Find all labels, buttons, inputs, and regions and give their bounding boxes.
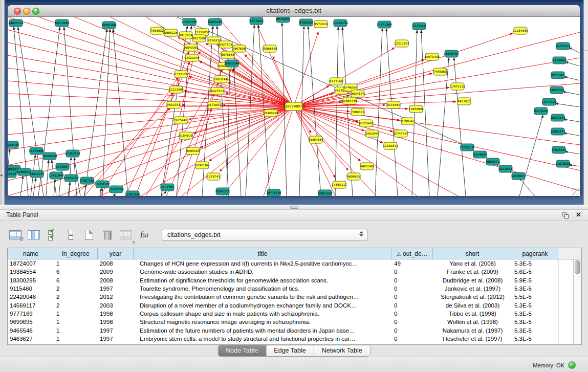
table-cell-out_degree[interactable]: 49 <box>392 260 433 267</box>
graph-edge-black[interactable] <box>335 27 338 196</box>
table-cell-name[interactable]: 9699695 <box>8 319 54 325</box>
graph-edge-black[interactable] <box>375 29 382 196</box>
table-row[interactable]: 1830029562008Estimation of significance … <box>8 276 558 285</box>
graph-node-8215938[interactable]: 8215938 <box>534 107 548 115</box>
table-cell-name[interactable]: 9463627 <box>8 336 54 342</box>
graph-node-15692971[interactable]: 15692971 <box>550 128 565 135</box>
graph-edge-black[interactable] <box>412 30 417 196</box>
graph-node-1096104[interactable]: 1096104 <box>195 162 209 169</box>
graph-edge-black[interactable] <box>555 103 579 107</box>
horizontal-splitter[interactable] <box>0 205 588 210</box>
graph-edge-black[interactable] <box>564 133 579 136</box>
graph-node-9129966[interactable]: 9129966 <box>553 57 566 64</box>
table-cell-in_degree[interactable]: 2 <box>54 286 98 292</box>
graph-edge-red[interactable] <box>8 106 294 135</box>
graph-node-16776785[interactable]: 16776785 <box>266 189 281 196</box>
graph-edge-black[interactable] <box>519 178 535 196</box>
table-row[interactable]: 1456911722003Disruption of a novel membe… <box>8 301 558 309</box>
graph-node-10747437[interactable]: 10747437 <box>393 130 408 137</box>
tab-node-table[interactable]: Node Table <box>218 345 266 356</box>
column-header-year[interactable]: year <box>98 248 134 259</box>
vertical-scrollbar[interactable] <box>573 259 581 344</box>
table-cell-name[interactable]: 19384554 <box>8 269 54 275</box>
resize-grip[interactable] <box>572 188 579 195</box>
table-row[interactable]: 2242004622012Investigating the contribut… <box>8 293 558 301</box>
table-row[interactable]: 977716911998Corpus callosum shape and si… <box>8 310 558 318</box>
graph-node-19384554[interactable]: 19384554 <box>308 136 323 143</box>
table-cell-out_degree[interactable]: 0 <box>392 286 433 292</box>
table-cell-short[interactable]: Hescheler et al. (1997) <box>433 336 512 342</box>
graph-node-9164554[interactable]: 9164554 <box>473 151 487 158</box>
graph-node-8199543[interactable]: 8199543 <box>401 118 415 125</box>
graph-node-22420046[interactable]: 22420046 <box>184 54 200 61</box>
table-cell-in_degree[interactable]: 1 <box>54 336 98 342</box>
graph-node-8912954[interactable]: 8912954 <box>179 32 192 39</box>
graph-node-12213399[interactable]: 12213399 <box>168 86 184 93</box>
graph-node-16720403[interactable]: 16720403 <box>358 120 374 127</box>
graph-edge-black[interactable] <box>565 151 579 154</box>
table-cell-in_degree[interactable]: 6 <box>54 269 98 275</box>
graph-node-2718126[interactable]: 2718126 <box>175 71 188 78</box>
table-mode-button[interactable]: ⚙ <box>8 228 23 242</box>
graph-node-9827508[interactable]: 9827508 <box>192 35 206 42</box>
table-cell-pagerank[interactable]: 5.3E-5 <box>512 336 558 342</box>
graph-node-9465546[interactable]: 9465546 <box>360 163 374 170</box>
graph-edge-black[interactable] <box>202 26 213 196</box>
table-cell-short[interactable]: Tibbo et al. (1998) <box>433 311 512 317</box>
graph-edge-red[interactable] <box>8 106 294 196</box>
graph-node-12213987[interactable]: 12213987 <box>394 40 409 47</box>
graph-node-18972859[interactable]: 18972859 <box>29 147 44 155</box>
table-cell-title[interactable]: Disruption of a novel member of a sodium… <box>134 302 392 309</box>
table-cell-in_degree[interactable]: 1 <box>54 311 98 317</box>
table-cell-short[interactable]: Yano et al. (2008) <box>433 260 512 267</box>
graph-node-15751074[interactable]: 15751074 <box>555 42 571 50</box>
graph-edge-black[interactable] <box>519 115 543 196</box>
graph-node-9463627[interactable]: 9463627 <box>458 98 471 105</box>
graph-node-11675538[interactable]: 11675538 <box>555 160 571 167</box>
tab-edge-table[interactable]: Edge Table <box>266 345 313 356</box>
graph-node-8095493[interactable]: 8095493 <box>186 147 200 155</box>
table-cell-name[interactable]: 9465546 <box>8 327 54 334</box>
column-header-pagerank[interactable]: pagerank <box>512 248 558 259</box>
graph-node-1527602[interactable]: 1527602 <box>250 17 263 25</box>
graph-node-9810753[interactable]: 9810753 <box>167 101 180 108</box>
column-header-in_degree[interactable]: in_degree <box>54 248 98 259</box>
splitter-handle-icon[interactable] <box>290 206 298 209</box>
graph-node-10973493[interactable]: 10973493 <box>424 53 440 60</box>
table-cell-out_degree[interactable]: 0 <box>392 277 433 283</box>
table-row[interactable]: 1872400712008Changes of HCN gene express… <box>8 259 558 268</box>
graph-node-20053346[interactable]: 20053346 <box>224 60 239 67</box>
graph-node-2867608[interactable]: 2867608 <box>232 45 246 52</box>
graph-node-1061040[interactable]: 1061040 <box>365 130 379 137</box>
memory-indicator[interactable]: Memory: OK <box>533 361 576 369</box>
graph-edge-black[interactable] <box>563 92 579 95</box>
graph-edge-red[interactable] <box>177 94 214 196</box>
graph-node-7515526[interactable]: 7515526 <box>412 23 426 30</box>
table-cell-out_degree[interactable]: 0 <box>392 311 433 317</box>
table-cell-short[interactable]: Wolkin et al. (1998) <box>433 319 512 325</box>
table-cell-pagerank[interactable]: 5.9E-5 <box>512 277 558 283</box>
graph-node-25206050[interactable]: 25206050 <box>8 141 19 148</box>
graph-node-11923446[interactable]: 11923446 <box>125 191 140 196</box>
table-cell-title[interactable]: Corpus callosum shape and size in male p… <box>134 311 392 317</box>
graph-edge-black[interactable] <box>569 165 579 166</box>
graph-node-12093822[interactable]: 12093822 <box>549 86 564 94</box>
graph-node-10719154[interactable]: 10719154 <box>333 19 348 27</box>
graph-node-11451944[interactable]: 11451944 <box>49 172 64 179</box>
table-cell-pagerank[interactable]: 5.6E-5 <box>512 269 558 275</box>
graph-node-24055724[interactable]: 24055724 <box>8 19 24 27</box>
graph-node-7386372[interactable]: 7386372 <box>351 108 364 116</box>
new-column-button[interactable] <box>82 228 96 242</box>
graph-node-17016504[interactable]: 17016504 <box>551 146 567 154</box>
graph-node-12239341[interactable]: 12239341 <box>383 142 398 149</box>
table-cell-pagerank[interactable]: 5.3E-5 <box>512 302 558 309</box>
graph-node-3624574[interactable]: 3624574 <box>351 90 364 97</box>
graph-node-5875685[interactable]: 5875685 <box>221 51 234 58</box>
graph-node-9660128[interactable]: 9660128 <box>164 29 178 36</box>
graph-node-19566888[interactable]: 19566888 <box>262 45 277 52</box>
table-cell-pagerank[interactable]: 5.3E-5 <box>512 311 558 317</box>
table-cell-short[interactable]: de Silva et al. (2003) <box>433 302 512 309</box>
graph-node-9692971[interactable]: 9692971 <box>486 158 499 165</box>
graph-node-9453021[interactable]: 9453021 <box>512 172 525 180</box>
graph-node-12042757[interactable]: 12042757 <box>29 170 45 178</box>
